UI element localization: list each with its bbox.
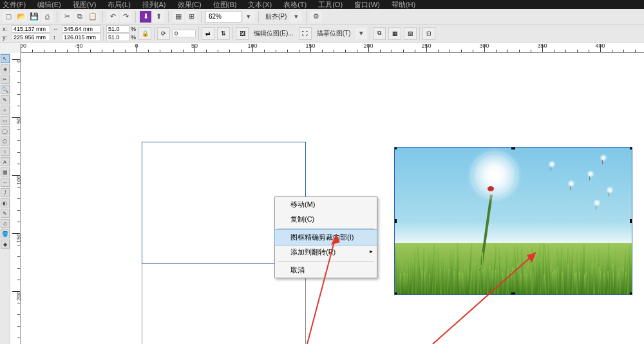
main-toolbar: ▢ 📂 💾 ⎙ ✂ ⧉ 📋 ↶ ↷ ⬇ ⬆ ▦ ⊞ ▾ 贴齐(P) ▾ ⚙ [0,9,644,24]
handle-tl[interactable] [394,147,397,149]
redo-icon[interactable]: ↷ [120,11,131,23]
edit-bitmap-icon[interactable]: 🖼 [236,27,249,40]
menu-bitmap[interactable]: 位图(B) [213,0,237,10]
shape-tool-icon[interactable]: ◈ [1,64,10,73]
bitmap-object[interactable] [394,147,632,295]
menu-move[interactable]: 移动(M) [275,197,377,212]
eyedropper-tool-icon[interactable]: ✎ [1,209,10,218]
menu-cancel[interactable]: 取消 [275,263,377,278]
menu-bar[interactable]: 文件(F) 编辑(E) 视图(V) 布局(L) 排列(A) 效果(C) 位图(B… [0,0,644,9]
menu-window[interactable]: 窗口(W) [354,0,380,10]
width-input[interactable] [62,25,100,33]
context-menu: 移动(M) 复制(C) 图框精确剪裁内部(I) 添加到翻转(R) ▸ 取消 [274,196,377,278]
menu-table[interactable]: 表格(T) [283,0,307,10]
connector-tool-icon[interactable]: ⤴ [1,188,10,197]
angle-input[interactable] [173,30,196,37]
rectangle-tool-icon[interactable]: ▭ [1,116,10,125]
extra-icon[interactable]: ⊡ [422,27,435,40]
zoom-input[interactable] [205,11,242,23]
x-label: x: [3,26,10,32]
property-bar: x: y: ↔ ↕ % % 🔒 ⟳ ⇄ ⇅ 🖼 编辑位图( [0,24,644,43]
y-label: y: [3,34,10,41]
options-icon[interactable]: ⚙ [310,11,322,23]
menu-add-rollover[interactable]: 添加到翻转(R) ▸ [275,245,377,260]
zoom-dropdown-icon[interactable]: ▾ [243,11,254,23]
ellipse-tool-icon[interactable]: ◯ [1,126,10,135]
handle-mr[interactable] [630,219,632,223]
save-icon[interactable]: 💾 [28,11,40,23]
scaley-input[interactable] [106,33,129,41]
trace-dropdown-icon[interactable]: ▾ [355,28,367,39]
menu-layout[interactable]: 布局(L) [108,0,130,10]
dandelion-graphic [453,153,524,249]
handle-br[interactable] [630,292,632,295]
horizontal-ruler: -100-50050100150200250300350400450 [21,43,644,53]
snap-label[interactable]: 贴齐(P) [263,12,289,21]
handle-tr[interactable] [630,147,632,149]
menu-tools[interactable]: 工具(O) [318,0,343,10]
height-icon: ↕ [53,34,61,41]
dimension-tool-icon[interactable]: ↔ [1,178,10,187]
fill-tool-icon[interactable]: 🪣 [1,229,10,238]
handle-bl[interactable] [394,292,397,295]
menu-copy[interactable]: 复制(C) [275,212,377,227]
trace-bitmap-icon[interactable]: ⛶ [299,27,312,40]
outline-tool-icon[interactable]: ◇ [1,219,10,228]
effects-tool-icon[interactable]: ◐ [1,198,10,207]
snap-dropdown-icon[interactable]: ▾ [290,11,302,23]
edit-bitmap-label[interactable]: 编辑位图(E)... [251,29,296,38]
polygon-tool-icon[interactable]: ⬠ [1,137,10,146]
vertical-ruler: 050100150200250 [10,53,21,344]
menu-view[interactable]: 视图(V) [73,0,97,10]
copy-icon[interactable]: ⧉ [74,11,86,23]
rotate-icon[interactable]: ⟳ [157,27,170,40]
open-icon[interactable]: 📂 [15,11,27,23]
interactive-fill-icon[interactable]: ◆ [1,240,10,249]
paste-icon[interactable]: 📋 [87,11,99,23]
table-tool-icon[interactable]: ▦ [1,167,10,177]
import-icon[interactable]: ⬇ [140,11,151,23]
crop-tool-icon[interactable]: ✂ [1,75,10,84]
width-icon: ↔ [53,26,61,32]
lock-ratio-icon[interactable]: 🔒 [138,27,151,40]
resample-icon[interactable]: ▦ [388,27,401,40]
canvas-area[interactable]: 移动(M) 复制(C) 图框精确剪裁内部(I) 添加到翻转(R) ▸ 取消 [21,53,644,344]
x-input[interactable] [12,25,50,33]
undo-icon[interactable]: ↶ [107,11,118,23]
menu-file[interactable]: 文件(F) [3,0,26,10]
menu-help[interactable]: 帮助(H) [392,0,415,10]
mirror-h-icon[interactable]: ⇄ [202,27,214,40]
new-icon[interactable]: ▢ [3,11,14,23]
export-icon[interactable]: ⬆ [153,11,164,23]
toolbox: ↖ ◈ ✂ 🔍 ✎ ✧ ▭ ◯ ⬠ ☆ A ▦ ↔ ⤴ ◐ ✎ ◇ 🪣 ◆ [0,53,10,344]
menu-effects[interactable]: 效果(C) [178,0,202,10]
welcome-icon[interactable]: ⊞ [185,11,197,23]
scalex-input[interactable] [106,25,129,33]
crop-icon[interactable]: ⧉ [373,27,386,40]
handle-tm[interactable] [511,147,515,149]
y-input[interactable] [12,33,50,41]
height-input[interactable] [62,33,100,41]
freehand-tool-icon[interactable]: ✎ [1,95,10,104]
menu-text[interactable]: 文本(X) [248,0,272,10]
text-tool-icon[interactable]: A [1,157,10,166]
print-icon[interactable]: ⎙ [41,11,53,23]
pct-label: % [131,26,136,32]
handle-bm[interactable] [511,292,515,295]
menu-arrange[interactable]: 排列(A) [142,0,166,10]
submenu-arrow-icon: ▸ [370,248,373,254]
handle-ml[interactable] [394,219,397,223]
shapes-tool-icon[interactable]: ☆ [1,147,10,156]
mirror-v-icon[interactable]: ⇅ [217,27,230,40]
pick-tool-icon[interactable]: ↖ [1,54,10,63]
appstate-icon[interactable]: ▦ [173,11,184,23]
smart-tool-icon[interactable]: ✧ [1,106,10,115]
menu-place-inside[interactable]: 图框精确剪裁内部(I) [274,229,377,245]
trace-bitmap-label[interactable]: 描摹位图(T) [314,29,354,38]
zoom-tool-icon[interactable]: 🔍 [1,85,10,94]
wrap-icon[interactable]: ▨ [404,27,417,40]
cut-icon[interactable]: ✂ [61,11,73,23]
menu-edit[interactable]: 编辑(E) [37,0,61,10]
pct-label-2: % [131,34,136,41]
